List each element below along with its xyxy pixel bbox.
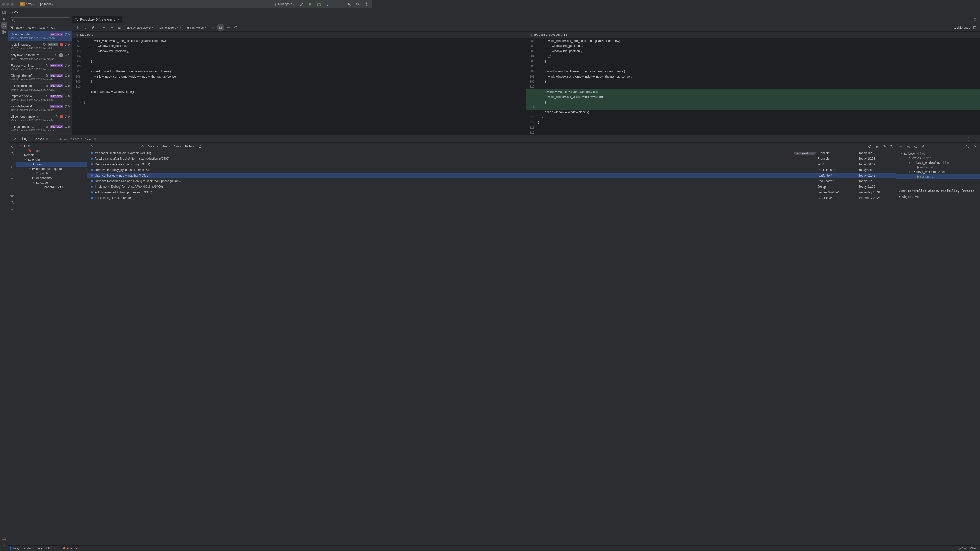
edit-button[interactable] bbox=[90, 24, 96, 30]
run-button[interactable] bbox=[307, 1, 313, 7]
run-config-selector[interactable]: Run sprite ▾ bbox=[272, 2, 296, 6]
author-filter[interactable]: Author▾ bbox=[25, 25, 38, 30]
pr-item[interactable]: User controlled ...MERGED0#9355 · create… bbox=[8, 31, 72, 41]
assignee-filter[interactable]: A... bbox=[50, 25, 56, 30]
regex-toggle[interactable]: .* bbox=[137, 145, 138, 148]
label-filter[interactable]: Label▾ bbox=[38, 25, 49, 30]
commits-list[interactable]: fix shader_material_glsl example (#9513)… bbox=[87, 150, 372, 208]
branch-icon bbox=[36, 172, 39, 175]
date-filter[interactable]: Date▾ bbox=[172, 144, 183, 148]
origin-group[interactable]: ▾origin bbox=[16, 157, 87, 162]
collapse-branches[interactable] bbox=[9, 144, 15, 150]
build-button[interactable] bbox=[299, 1, 305, 7]
project-tool-button[interactable] bbox=[1, 9, 7, 15]
pr-item[interactable]: Fix incorrent do...MERGED0#9345 · create… bbox=[8, 83, 72, 93]
commit-row[interactable]: Fix point light radius (#9493)Ada Hieta*… bbox=[87, 195, 372, 201]
open-new-tab[interactable] bbox=[197, 143, 203, 149]
origin-main-branch[interactable]: ★main bbox=[16, 162, 87, 167]
pr-item[interactable]: animations: con...MERGED0#9338 · created… bbox=[8, 124, 72, 134]
git-tab[interactable]: Git bbox=[9, 135, 19, 142]
patch-branch[interactable]: patch bbox=[16, 171, 87, 176]
pr-item[interactable]: include toplevel...MERGED0#9343 · create… bbox=[8, 103, 72, 113]
find-in-branches[interactable] bbox=[9, 199, 15, 205]
svg-point-23 bbox=[46, 34, 47, 34]
commit-row[interactable]: Remove unnecessary doc string (#9481)lel… bbox=[87, 162, 372, 167]
search-everywhere-button[interactable] bbox=[355, 1, 361, 7]
sync-scroll-button[interactable] bbox=[218, 24, 224, 30]
commit-row[interactable]: fix wireframe after MeshUniform size red… bbox=[87, 156, 372, 162]
vcs-search-button[interactable] bbox=[9, 150, 15, 156]
state-filter[interactable]: State▾ bbox=[14, 25, 25, 30]
diff-left-pane[interactable]: 301 winit_window.set_ime_position(Logica… bbox=[73, 38, 372, 135]
paths-filter[interactable]: Paths▾ bbox=[184, 144, 195, 148]
cargo-group[interactable]: ▾cargo bbox=[16, 180, 87, 185]
highlight-select[interactable]: Highlight words▾ bbox=[182, 25, 208, 30]
remote-group[interactable]: ▾Remote bbox=[16, 153, 87, 157]
commits-search-input[interactable] bbox=[89, 144, 140, 149]
commit-row[interactable]: fix shader_material_glsl example (#9513)… bbox=[87, 150, 372, 156]
show-diff-button[interactable] bbox=[9, 192, 15, 199]
branch-name: main bbox=[44, 2, 51, 6]
fetch-button[interactable] bbox=[9, 170, 15, 176]
commit-row[interactable]: User controlled window visibility (#9355… bbox=[87, 173, 372, 178]
diff-settings-button[interactable] bbox=[225, 24, 231, 30]
branch-tree[interactable]: ▾Local 🔖main ▾Remote ▾origin ★main ▾crea… bbox=[16, 143, 87, 208]
local-main-branch[interactable]: 🔖main bbox=[16, 148, 87, 153]
more-tool-button[interactable] bbox=[1, 36, 7, 42]
user-filter[interactable]: User▾ bbox=[161, 144, 171, 148]
collapse-button[interactable] bbox=[210, 24, 216, 30]
pr-item[interactable]: rusty imports ...DRAFT0#9352 · created 0… bbox=[8, 41, 72, 52]
pr-item[interactable]: UI content transform0#9341 · created 03/… bbox=[8, 113, 72, 124]
next-diff-button[interactable] bbox=[82, 24, 88, 30]
pr-item[interactable]: Fix doc warning...MERGED0#9348 · created… bbox=[8, 62, 72, 73]
commit-row[interactable]: Implement `Debug` for `UnsafeWorldCell` … bbox=[87, 184, 372, 189]
pr-meta: #9351 · created 04/08/2023, by mocke... bbox=[11, 58, 70, 60]
base64-branch[interactable]: base64-0.21.0 bbox=[16, 185, 87, 189]
maximize-window[interactable] bbox=[11, 3, 14, 6]
help-button[interactable] bbox=[233, 24, 239, 30]
branch-selector[interactable]: main ▾ bbox=[38, 2, 55, 6]
case-toggle[interactable]: Cc bbox=[142, 145, 145, 148]
whitespace-select[interactable]: Do not ignore▾ bbox=[157, 25, 181, 30]
compare-button[interactable] bbox=[9, 186, 15, 192]
pr-search-input[interactable] bbox=[10, 17, 70, 24]
prev-diff-button[interactable] bbox=[75, 24, 81, 30]
filter-icon[interactable] bbox=[10, 25, 14, 30]
log-tab[interactable]: Log bbox=[19, 135, 30, 142]
local-group[interactable]: ▾Local bbox=[16, 144, 87, 148]
commit-tool-button[interactable] bbox=[1, 16, 7, 22]
close-icon[interactable]: ✕ bbox=[46, 138, 48, 140]
project-tab[interactable]: bevy bbox=[8, 8, 22, 16]
code-with-me-button[interactable] bbox=[346, 1, 352, 7]
next-file-button[interactable] bbox=[109, 24, 115, 30]
editor-tab[interactable]: Repository Diff: system.rs ✕ bbox=[73, 16, 123, 23]
pr-item[interactable]: only take up to the m...1#9351 · created… bbox=[8, 52, 72, 62]
commit-row[interactable]: Remove Resource and add Debug to TaskPoo… bbox=[87, 178, 372, 184]
dependabot-group[interactable]: ▾dependabot bbox=[16, 176, 87, 180]
vcs-more-button[interactable] bbox=[9, 206, 15, 208]
project-selector[interactable]: B bevy ▾ bbox=[19, 1, 36, 7]
structure-tool-button[interactable] bbox=[1, 29, 7, 35]
console-tab[interactable]: Console✕ bbox=[30, 135, 51, 142]
checkout-button[interactable] bbox=[9, 164, 15, 170]
prev-file-button[interactable] bbox=[101, 24, 107, 30]
viewer-select[interactable]: Side-by-side viewer▾ bbox=[124, 25, 156, 30]
cpr-group[interactable]: ▾create-pull-request bbox=[16, 167, 87, 171]
more-actions-button[interactable] bbox=[325, 1, 331, 7]
minimize-window[interactable] bbox=[6, 3, 9, 6]
pr-item[interactable]: Improved text w...MERGED0#9344 · created… bbox=[8, 93, 72, 103]
delete-branch-button[interactable] bbox=[9, 177, 15, 183]
pr-item[interactable]: Change the def...MERGED0#9346 · created … bbox=[8, 73, 72, 83]
close-icon[interactable]: ✕ bbox=[94, 138, 96, 140]
file-list-button[interactable] bbox=[116, 24, 123, 30]
settings-button[interactable] bbox=[363, 1, 369, 7]
close-window[interactable] bbox=[2, 3, 5, 6]
commit-row[interactable]: Add `GamepadButtonInput` event (#9008)Jo… bbox=[87, 189, 372, 195]
branch-filter[interactable]: Branch▾ bbox=[146, 144, 159, 148]
debug-button[interactable] bbox=[316, 1, 322, 7]
pr-list[interactable]: User controlled ...MERGED0#9355 · create… bbox=[8, 31, 72, 135]
pull-requests-tool-button[interactable] bbox=[1, 22, 7, 29]
new-branch-button[interactable] bbox=[9, 157, 15, 163]
commit-row[interactable]: Remove the bevy_dylib feature (#9516)Pau… bbox=[87, 167, 372, 173]
close-tab-icon[interactable]: ✕ bbox=[118, 18, 120, 21]
